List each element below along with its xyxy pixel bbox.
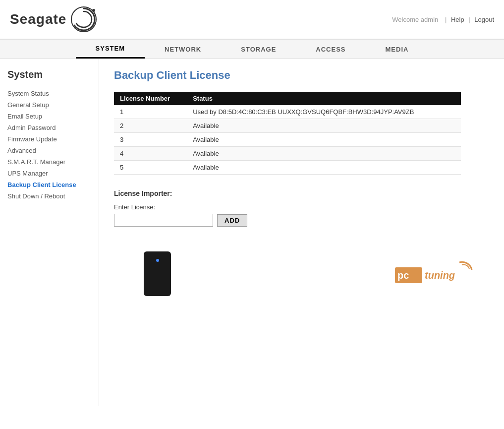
cell-number: 1: [114, 105, 187, 119]
tab-media[interactable]: MEDIA: [366, 40, 429, 59]
license-table: License Number Status 1Used by D8:5D:4C:…: [114, 92, 461, 175]
bottom-area: pc tuning: [114, 237, 489, 296]
table-row: 1Used by D8:5D:4C:80:C3:EB UUXXQ:GVSUQ6F…: [114, 105, 461, 119]
device-led: [156, 259, 159, 262]
page-title: Backup Client License: [114, 69, 489, 82]
cell-number: 5: [114, 161, 187, 175]
separator-2: |: [467, 16, 472, 23]
separator-1: |: [443, 16, 448, 23]
main-layout: System System Status General Setup Email…: [0, 59, 504, 406]
license-input-row: ADD: [114, 214, 489, 227]
nav-tabs: SYSTEM NETWORK STORAGE ACCESS MEDIA: [0, 40, 504, 59]
importer-title: License Importer:: [114, 189, 489, 197]
header: Seagate Welcome admin | Help | Logout: [0, 0, 504, 40]
cell-status: Available: [187, 119, 461, 133]
svg-point-1: [92, 9, 95, 12]
table-row: 2Available: [114, 119, 461, 133]
content-area: Backup Client License License Number Sta…: [99, 59, 504, 406]
svg-text:pc: pc: [397, 270, 409, 281]
sidebar-item-backup-client-license[interactable]: Backup Client License: [7, 179, 91, 190]
table-row: 4Available: [114, 147, 461, 161]
col-header-number: License Number: [114, 92, 187, 105]
device-box: [144, 251, 171, 296]
add-button[interactable]: ADD: [217, 214, 247, 227]
logo-text: Seagate: [10, 11, 66, 27]
license-input[interactable]: [114, 214, 213, 227]
sidebar-item-smart-manager[interactable]: S.M.A.R.T. Manager: [7, 156, 91, 168]
sidebar: System System Status General Setup Email…: [0, 59, 99, 406]
sidebar-item-advanced[interactable]: Advanced: [7, 145, 91, 156]
device-image: [144, 251, 171, 296]
tab-access[interactable]: ACCESS: [296, 40, 365, 59]
license-table-body: 1Used by D8:5D:4C:80:C3:EB UUXXQ:GVSUQ6F…: [114, 105, 461, 175]
cell-status: Available: [187, 161, 461, 175]
col-header-status: Status: [187, 92, 461, 105]
sidebar-item-system-status[interactable]: System Status: [7, 88, 91, 99]
tab-storage[interactable]: STORAGE: [221, 40, 296, 59]
svg-text:tuning: tuning: [425, 270, 455, 281]
cell-status: Used by D8:5D:4C:80:C3:EB UUXXQ:GVSUQ6FQ…: [187, 105, 461, 119]
sidebar-item-email-setup[interactable]: Email Setup: [7, 111, 91, 122]
cell-number: 4: [114, 147, 187, 161]
enter-license-label: Enter License:: [114, 203, 489, 211]
tab-system[interactable]: SYSTEM: [76, 40, 145, 59]
help-link[interactable]: Help: [451, 16, 464, 23]
sidebar-item-admin-password[interactable]: Admin Password: [7, 122, 91, 133]
table-row: 5Available: [114, 161, 461, 175]
logout-link[interactable]: Logout: [474, 16, 494, 23]
sidebar-title: System: [7, 69, 91, 80]
sidebar-item-ups-manager[interactable]: UPS Manager: [7, 168, 91, 179]
watermark-svg: pc tuning: [395, 260, 474, 290]
seagate-logo-icon: [69, 4, 99, 34]
tab-network[interactable]: NETWORK: [145, 40, 221, 59]
sidebar-item-general-setup[interactable]: General Setup: [7, 99, 91, 111]
cell-status: Available: [187, 147, 461, 161]
cell-number: 2: [114, 119, 187, 133]
logo-area: Seagate: [10, 4, 99, 34]
table-row: 3Available: [114, 133, 461, 147]
sidebar-item-shut-down-reboot[interactable]: Shut Down / Reboot: [7, 190, 91, 202]
sidebar-item-firmware-update[interactable]: Firmware Update: [7, 133, 91, 145]
watermark: pc tuning: [395, 260, 474, 291]
license-importer: License Importer: Enter License: ADD: [114, 189, 489, 227]
header-links: Welcome admin | Help | Logout: [390, 16, 494, 23]
cell-number: 3: [114, 133, 187, 147]
cell-status: Available: [187, 133, 461, 147]
welcome-text: Welcome admin: [392, 16, 438, 23]
